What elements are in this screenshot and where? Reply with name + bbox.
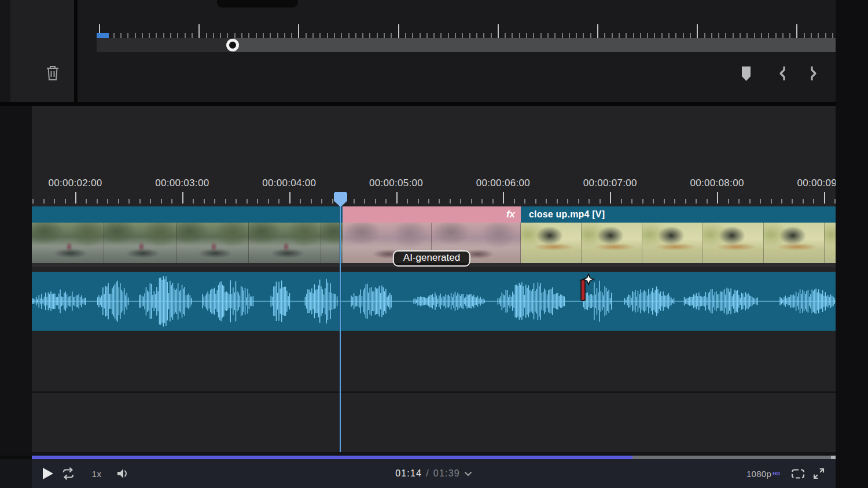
- clip-thumbnail: [825, 223, 836, 263]
- mini-ruler-tick: [540, 33, 542, 38]
- mini-ruler-tick: [412, 33, 413, 38]
- zoom-scrubber-handle[interactable]: [226, 39, 239, 51]
- mark-out-button[interactable]: [805, 64, 822, 83]
- mini-ruler-tick: [697, 24, 698, 38]
- mini-ruler-tick: [768, 33, 769, 38]
- mini-ruler-tick: [533, 33, 534, 38]
- mini-ruler-tick: [448, 33, 449, 38]
- quality-label: 1080p: [746, 469, 771, 479]
- ruler-tick: [578, 199, 579, 204]
- ruler-tick: [65, 199, 66, 204]
- ruler-tick: [407, 199, 408, 204]
- ruler-tick: [182, 192, 183, 204]
- ruler-tick: [247, 199, 248, 204]
- clip-thumbnails: [521, 223, 836, 263]
- mini-ruler-tick: [505, 33, 506, 38]
- mini-ruler-tick: [619, 33, 620, 38]
- ruler-label: 00:00:04:00: [262, 178, 316, 189]
- ruler-tick: [514, 199, 515, 204]
- mini-ruler-tick: [440, 33, 442, 38]
- playhead-line: [340, 206, 341, 452]
- mini-ruler-tick: [711, 33, 712, 38]
- player-bar-left: [0, 459, 32, 488]
- ruler-tick: [631, 199, 632, 204]
- clip-thumbnail: [642, 223, 703, 263]
- ruler-tick: [418, 199, 419, 204]
- clip-thumbnail: [249, 223, 321, 263]
- mini-ruler-tick: [491, 33, 492, 38]
- mini-ruler-tick: [796, 24, 797, 38]
- mini-ruler-tick: [142, 33, 143, 38]
- clip-footer: [32, 263, 343, 267]
- ruler-tick: [749, 199, 751, 204]
- fullscreen-button[interactable]: [811, 465, 827, 482]
- audio-clip[interactable]: [32, 272, 836, 331]
- mini-ruler-tick: [718, 33, 719, 38]
- mini-ruler-tick: [583, 33, 584, 38]
- mini-ruler-tick: [420, 33, 421, 38]
- mini-ruler-tick: [277, 33, 278, 38]
- ruler-tick: [257, 199, 258, 204]
- mini-ruler-tick: [704, 33, 705, 38]
- time-options-button[interactable]: [464, 471, 472, 476]
- ruler-tick: [236, 199, 237, 204]
- clip-thumbnail: [582, 223, 642, 263]
- clip-thumbnail: [32, 223, 104, 263]
- mini-ruler-tick: [569, 33, 570, 38]
- mini-ruler-tick: [263, 33, 264, 38]
- ruler-tick: [524, 199, 525, 204]
- timeline-area: 00:00:02:0000:00:03:0000:00:04:0000:00:0…: [32, 106, 836, 456]
- top-separator: [0, 102, 836, 106]
- mini-ruler-tick: [832, 33, 833, 38]
- ruler-tick: [171, 199, 172, 204]
- ruler-tick: [396, 192, 398, 204]
- mini-ruler-tick: [227, 33, 228, 38]
- mini-ruler-tick: [554, 33, 556, 38]
- hd-badge: HD: [773, 471, 780, 476]
- zoom-scrubber-fill: [97, 38, 233, 52]
- mini-ruler-tick: [597, 24, 598, 38]
- mini-ruler-tick: [576, 33, 577, 38]
- ruler-tick: [278, 199, 279, 204]
- quality-button[interactable]: 1080pHD: [745, 465, 782, 482]
- mini-ruler-tick: [135, 33, 136, 38]
- ruler-tick: [685, 199, 686, 204]
- ruler-tick: [707, 199, 708, 204]
- ruler-tick: [385, 199, 387, 204]
- mini-ruler-tick: [647, 33, 648, 38]
- mark-in-button[interactable]: [774, 64, 791, 83]
- video-track: fxAI-generatedclose up.mp4 [V]: [32, 206, 836, 267]
- ai-generated-clip[interactable]: fxAI-generated: [343, 206, 521, 267]
- ruler-tick: [75, 192, 76, 204]
- mini-ruler-tick: [291, 33, 292, 38]
- ruler-tick: [43, 199, 45, 204]
- mini-ruler-tick: [312, 33, 314, 38]
- river-clip[interactable]: [32, 206, 343, 267]
- mini-ruler-tick: [398, 24, 399, 38]
- out-point-icon: [808, 65, 819, 82]
- mini-ruler-tick: [782, 33, 784, 38]
- mini-ruler-tick: [455, 33, 456, 38]
- ruler-tick: [824, 192, 825, 204]
- zoom-scrubber-track[interactable]: [97, 38, 836, 52]
- top-notch: [217, 0, 298, 8]
- ruler-tick: [557, 199, 558, 204]
- mini-ruler-tick: [192, 33, 193, 38]
- mini-ruler-tick: [690, 33, 691, 38]
- mini-ruler-tick: [348, 33, 350, 38]
- mini-ruler-tick: [355, 33, 356, 38]
- add-marker-button[interactable]: [737, 64, 755, 83]
- mini-ruler-tick: [825, 33, 826, 38]
- ruler-tick: [300, 199, 301, 204]
- total-duration: 01:39: [433, 468, 460, 479]
- mini-ruler-tick: [590, 33, 591, 38]
- mini-ruler-tick: [149, 33, 150, 38]
- clip-footer: [521, 263, 836, 267]
- pip-button[interactable]: [790, 465, 806, 482]
- ruler-tick: [193, 199, 194, 204]
- mini-ruler-tick: [234, 33, 236, 38]
- timecode-ruler[interactable]: 00:00:02:0000:00:03:0000:00:04:0000:00:0…: [32, 173, 836, 206]
- closeup-clip[interactable]: close up.mp4 [V]: [521, 206, 836, 267]
- mini-ruler-tick: [633, 33, 634, 38]
- delete-button[interactable]: [43, 63, 62, 83]
